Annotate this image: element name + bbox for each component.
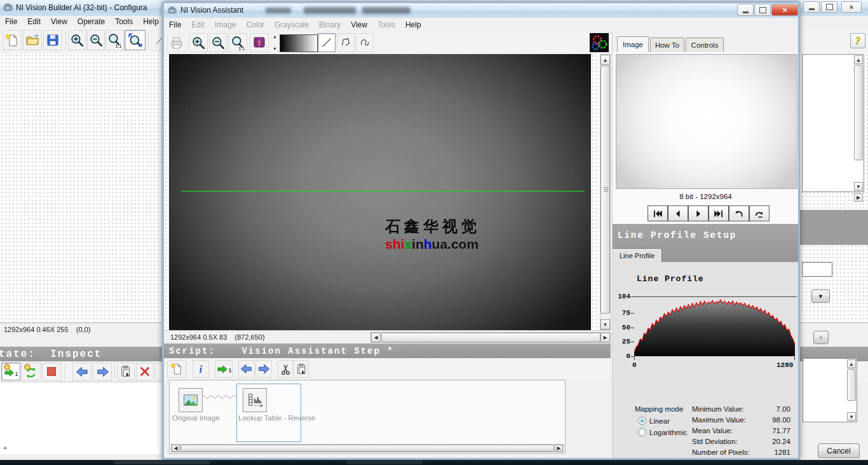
taskbar-item[interactable] — [114, 461, 210, 464]
paste-step-button[interactable] — [117, 363, 135, 380]
tab-how-to[interactable]: How To — [650, 38, 684, 52]
builder-right-dropdown[interactable]: ▼ — [811, 289, 830, 303]
script-hscrollbar[interactable]: ◀ ▶ — [171, 444, 564, 452]
tab-controls[interactable]: Controls — [686, 38, 724, 52]
builder-menu-view[interactable]: View — [46, 15, 72, 28]
delete-step-button[interactable] — [136, 363, 154, 380]
spinner-up-icon[interactable]: ▲ — [273, 34, 277, 39]
assistant-menu-file[interactable]: File — [164, 18, 186, 31]
next-frame-button[interactable] — [688, 205, 709, 221]
viewer-hscroll-thumb[interactable] — [381, 333, 600, 342]
assistant-zoom-out-button[interactable] — [209, 33, 227, 52]
help-book-button[interactable] — [250, 33, 269, 52]
new-inspection-button[interactable] — [3, 30, 22, 50]
assistant-titlebar[interactable]: NI Vision Assistant × — [164, 3, 798, 18]
script-hscroll-right[interactable]: ▶ — [555, 445, 563, 452]
builder-zoom-in-button[interactable] — [68, 30, 86, 50]
right-listbox-scroll-up[interactable]: ▲ — [847, 359, 856, 368]
right-list-scroll-thumb[interactable] — [854, 65, 863, 160]
last-frame-button[interactable] — [709, 205, 729, 221]
watermark-letter: m — [466, 237, 478, 251]
viewer-scroll-down[interactable]: ▼ — [600, 319, 610, 330]
assistant-menu-help[interactable]: Help — [400, 18, 426, 31]
assistant-menu-view[interactable]: View — [346, 18, 372, 31]
right-listbox-scroll-thumb[interactable] — [847, 369, 856, 401]
builder-menu-file[interactable]: File — [0, 15, 22, 28]
right-list-scroll-up[interactable]: ▲ — [854, 55, 863, 64]
builder-help-button[interactable]: ? — [850, 33, 865, 48]
line-profile-roi-line[interactable] — [181, 191, 585, 191]
assistant-zoom-1-1-button[interactable] — [228, 33, 247, 52]
titlebar-blurred-text-3 — [362, 7, 410, 14]
stop-inspection-button[interactable] — [42, 363, 61, 380]
run-inspection-once-button[interactable] — [1, 363, 20, 380]
setup-tab[interactable]: Line Profile — [613, 248, 662, 263]
undo-button[interactable] — [729, 205, 749, 221]
right-list-hscroll-right[interactable]: ▶ — [854, 193, 863, 202]
builder-minimize-button[interactable] — [803, 1, 820, 13]
builder-zoom-fit-button[interactable] — [125, 30, 146, 50]
run-inspection-loop-button[interactable] — [22, 363, 41, 380]
script-forward-button[interactable] — [255, 360, 272, 378]
builder-menu-edit[interactable]: Edit — [22, 15, 46, 28]
palette-spinner[interactable]: ▲▼ — [271, 34, 278, 51]
logarithmic-radio-label[interactable]: Logarithmic — [649, 429, 687, 436]
processed-image-preview[interactable] — [616, 54, 797, 189]
builder-zoom-1-1-button[interactable] — [105, 30, 124, 50]
step-info-button[interactable] — [193, 360, 209, 378]
linear-radio[interactable] — [638, 417, 646, 425]
viewer-status-text: 1292x964 0.5X 83 (872,650) — [170, 333, 265, 341]
script-back-button[interactable] — [238, 360, 255, 378]
broken-line-tool-button[interactable] — [337, 33, 355, 52]
first-frame-button[interactable] — [648, 205, 668, 221]
cancel-button[interactable]: Cancel — [818, 443, 860, 458]
tab-image[interactable]: Image — [617, 36, 649, 52]
taskbar-item[interactable] — [346, 461, 423, 464]
builder-menu-tools[interactable]: Tools — [110, 15, 138, 28]
builder-right-list[interactable]: ▲ ▼ — [802, 54, 864, 192]
main-image[interactable]: 石鑫华视觉 shixinhua.com — [169, 54, 591, 330]
run-script-once-button[interactable] — [215, 360, 233, 378]
builder-right-dropdown-disabled[interactable]: ▼ — [813, 331, 829, 344]
freehand-tool-button[interactable] — [356, 33, 374, 52]
right-list-scroll-down[interactable]: ▼ — [854, 182, 863, 191]
assistant-close-button[interactable]: × — [771, 4, 798, 16]
redo-button[interactable] — [749, 205, 770, 221]
builder-maximize-button[interactable] — [821, 1, 837, 13]
paste-step-script-button[interactable] — [294, 360, 309, 378]
assistant-zoom-in-button[interactable] — [189, 33, 208, 52]
print-button[interactable] — [167, 33, 186, 52]
state-back-button[interactable] — [72, 363, 92, 380]
assistant-minimize-button[interactable] — [737, 4, 754, 16]
state-panel-scroll-left[interactable]: ◂ — [3, 444, 6, 451]
linear-radio-label[interactable]: Linear — [649, 417, 670, 425]
script-hscroll-left[interactable]: ◀ — [172, 445, 180, 452]
builder-close-button[interactable]: × — [841, 1, 862, 13]
assistant-maximize-button[interactable] — [754, 4, 771, 16]
script-hscroll-thumb[interactable] — [180, 445, 554, 452]
taskbar-strip[interactable] — [0, 460, 868, 465]
viewer-vscroll-thumb[interactable] — [600, 66, 610, 314]
builder-right-text-input[interactable] — [802, 262, 832, 277]
logarithmic-radio[interactable] — [638, 428, 646, 436]
viewer-scroll-up[interactable]: ▲ — [600, 55, 610, 65]
right-listbox-scroll-down[interactable]: ▼ — [847, 412, 856, 421]
viewer-hscroll-left[interactable]: ◀ — [371, 333, 381, 342]
new-script-button[interactable] — [167, 360, 186, 378]
original-image-step[interactable]: Original Image — [172, 384, 234, 441]
builder-menu-operate[interactable]: Operate — [72, 15, 110, 28]
line-tool-button[interactable] — [318, 33, 336, 52]
viewer-hscroll-right[interactable]: ▶ — [600, 333, 610, 342]
open-inspection-button[interactable] — [23, 30, 42, 50]
builder-zoom-out-button[interactable] — [87, 30, 105, 50]
spinner-down-icon[interactable]: ▼ — [273, 46, 277, 51]
state-forward-button[interactable] — [93, 363, 112, 380]
prev-frame-button[interactable] — [668, 205, 688, 221]
cut-step-button[interactable] — [278, 360, 293, 378]
save-inspection-button[interactable] — [43, 30, 62, 50]
viewer-vscrollbar[interactable]: ▲ ▼ — [600, 54, 611, 330]
lookup-table-step[interactable]: Lookup Table - Reverse — [236, 384, 301, 442]
viewer-hscrollbar[interactable]: ◀ ▶ — [370, 332, 611, 343]
builder-menu-help[interactable]: Help — [138, 15, 164, 28]
builder-right-listbox[interactable]: ▲ ▼ — [803, 358, 857, 422]
